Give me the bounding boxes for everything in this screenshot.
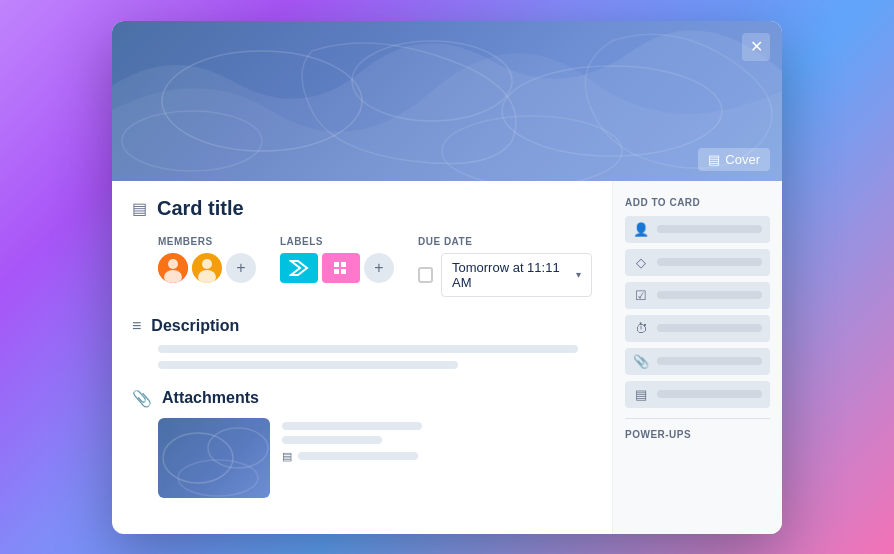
due-date-selector: Tomorrow at 11:11 AM ▾ — [418, 253, 592, 297]
cover-sidebar-icon: ▤ — [633, 387, 649, 402]
add-member-button[interactable]: + — [226, 253, 256, 283]
attachments-section: 📎 Attachments — [132, 389, 592, 498]
members-label: MEMBERS — [158, 236, 256, 247]
attach-skeleton-1 — [282, 422, 422, 430]
members-list: + — [158, 253, 256, 283]
sidebar: ADD TO CARD 👤 ◇ ☑ ⏱ 📎 — [612, 181, 782, 534]
cover-sidebar-skeleton — [657, 390, 762, 398]
attachments-title: Attachments — [162, 389, 259, 407]
label-pink[interactable] — [322, 253, 360, 283]
sidebar-attachment-button[interactable]: 📎 — [625, 348, 770, 375]
modal-body: ▤ Card title MEMBERS — [112, 181, 782, 534]
cover-button[interactable]: ▤ Cover — [698, 148, 770, 171]
svg-rect-12 — [334, 269, 339, 274]
sidebar-cover-button[interactable]: ▤ — [625, 381, 770, 408]
attach-icon-row: ▤ — [282, 450, 422, 463]
members-group: MEMBERS — [158, 236, 256, 283]
attach-skeleton-3 — [298, 452, 418, 460]
attachment-sidebar-icon: 📎 — [633, 354, 649, 369]
description-section: ≡ Description — [132, 317, 592, 369]
avatar-1[interactable] — [158, 253, 188, 283]
members-sidebar-skeleton — [657, 225, 762, 233]
due-date-checkbox[interactable] — [418, 267, 433, 283]
description-title: Description — [151, 317, 239, 335]
svg-rect-11 — [334, 262, 339, 267]
add-label-button[interactable]: + — [364, 253, 394, 283]
card-title-icon: ▤ — [132, 199, 147, 218]
sidebar-divider — [625, 418, 770, 419]
power-ups-label: POWER-UPS — [625, 429, 770, 440]
sidebar-dates-button[interactable]: ⏱ — [625, 315, 770, 342]
attachments-header: 📎 Attachments — [132, 389, 592, 408]
cover-pattern — [112, 21, 782, 181]
labels-group: LABELS — [280, 236, 394, 283]
due-date-dropdown[interactable]: Tomorrow at 11:11 AM ▾ — [441, 253, 592, 297]
attach-skeleton-2 — [282, 436, 382, 444]
checklist-sidebar-skeleton — [657, 291, 762, 299]
attachment-sidebar-skeleton — [657, 357, 762, 365]
labels-sidebar-icon: ◇ — [633, 255, 649, 270]
main-content: ▤ Card title MEMBERS — [112, 181, 612, 534]
attachment-icon: 📎 — [132, 389, 152, 408]
description-skeleton-1 — [158, 345, 578, 353]
sidebar-members-button[interactable]: 👤 — [625, 216, 770, 243]
close-button[interactable]: ✕ — [742, 33, 770, 61]
checklist-sidebar-icon: ☑ — [633, 288, 649, 303]
sidebar-checklist-button[interactable]: ☑ — [625, 282, 770, 309]
card-title[interactable]: Card title — [157, 197, 244, 220]
attachment-info: ▤ — [282, 418, 422, 463]
due-date-group: DUE DATE Tomorrow at 11:11 AM ▾ — [418, 236, 592, 297]
svg-rect-13 — [341, 262, 346, 267]
avatar-1-image — [158, 253, 188, 283]
cover-icon: ▤ — [708, 152, 720, 167]
due-date-label: DUE DATE — [418, 236, 592, 247]
dates-sidebar-skeleton — [657, 324, 762, 332]
sidebar-labels-button[interactable]: ◇ — [625, 249, 770, 276]
description-skeleton-2 — [158, 361, 458, 369]
dropdown-arrow-icon: ▾ — [576, 269, 581, 280]
description-header: ≡ Description — [132, 317, 592, 335]
attachment-preview: ▤ — [158, 418, 592, 498]
avatar-2[interactable] — [192, 253, 222, 283]
card-title-row: ▤ Card title — [132, 197, 592, 220]
labels-sidebar-skeleton — [657, 258, 762, 266]
svg-point-9 — [202, 259, 212, 269]
labels-list: + — [280, 253, 394, 283]
members-sidebar-icon: 👤 — [633, 222, 649, 237]
labels-label: LABELS — [280, 236, 394, 247]
meta-row: MEMBERS — [158, 236, 592, 297]
svg-point-6 — [168, 259, 178, 269]
avatar-2-image — [192, 253, 222, 283]
cover-button-label: Cover — [725, 152, 760, 167]
attach-file-icon: ▤ — [282, 450, 292, 463]
svg-point-15 — [163, 433, 233, 483]
svg-rect-14 — [341, 269, 346, 274]
add-to-card-label: ADD TO CARD — [625, 197, 770, 208]
description-icon: ≡ — [132, 317, 141, 335]
label-teal[interactable] — [280, 253, 318, 283]
attachment-thumbnail[interactable] — [158, 418, 270, 498]
dates-sidebar-icon: ⏱ — [633, 321, 649, 336]
cover-image: ✕ ▤ Cover — [112, 21, 782, 181]
due-date-value: Tomorrow at 11:11 AM — [452, 260, 570, 290]
card-modal: ✕ ▤ Cover ▤ Card title MEMBERS — [112, 21, 782, 534]
